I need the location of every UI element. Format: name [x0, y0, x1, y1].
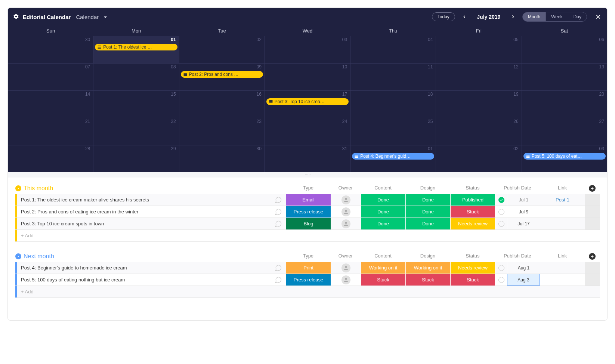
view-month[interactable]: Month	[523, 12, 546, 21]
cell-link[interactable]: Post 1	[540, 194, 585, 206]
view-day[interactable]: Day	[568, 12, 587, 21]
add-row-label[interactable]: + Add	[17, 230, 600, 241]
cell-date[interactable]: Jul 9	[507, 206, 540, 218]
day-cell[interactable]: 18	[350, 91, 436, 118]
cell-design[interactable]: Stuck	[405, 274, 450, 286]
col-header-design[interactable]: Design	[405, 253, 450, 260]
cell-date[interactable]: Jul 1	[507, 194, 540, 206]
day-cell[interactable]: 14	[8, 91, 93, 118]
day-cell[interactable]: 03Post 5: 100 days of eat…	[522, 145, 607, 172]
day-cell[interactable]: 02	[436, 145, 522, 172]
col-header-date[interactable]: Publish Date	[495, 253, 540, 260]
cell-design[interactable]: Done	[405, 194, 450, 206]
link-text[interactable]: Post 1	[556, 197, 569, 203]
day-cell[interactable]: 21	[8, 118, 93, 145]
chevron-down-icon[interactable]	[104, 16, 107, 20]
day-cell[interactable]: 23	[179, 118, 265, 145]
view-week[interactable]: Week	[546, 12, 568, 21]
col-header-link[interactable]: Link	[540, 185, 585, 192]
cell-type[interactable]: Print	[286, 262, 331, 274]
day-cell[interactable]: 27	[522, 118, 607, 145]
day-cell[interactable]: 05	[436, 36, 522, 63]
cell-check[interactable]	[495, 218, 507, 229]
col-header-type[interactable]: Type	[286, 185, 331, 192]
add-row-label[interactable]: + Add	[17, 286, 600, 297]
cell-type[interactable]: Email	[286, 194, 331, 206]
col-header-content[interactable]: Content	[361, 185, 405, 192]
cell-link[interactable]	[540, 206, 585, 218]
table-row[interactable]: Post 5: 100 days of eating nothing but i…	[15, 274, 600, 286]
item-title[interactable]: Post 4: Beginner's guide to homemade ice…	[17, 262, 271, 274]
cell-check[interactable]	[495, 206, 507, 218]
close-icon[interactable]	[594, 13, 602, 21]
col-header-design[interactable]: Design	[405, 185, 450, 192]
cell-check[interactable]	[495, 262, 507, 274]
day-cell[interactable]: 20	[522, 91, 607, 118]
add-row[interactable]: + Add	[15, 286, 600, 298]
day-cell[interactable]: 25	[350, 118, 436, 145]
col-header-owner[interactable]: Owner	[331, 253, 361, 260]
cell-owner[interactable]	[331, 262, 361, 274]
cell-status[interactable]: Needs review	[450, 262, 495, 274]
calendar-event[interactable]: Post 2: Pros and cons …	[181, 71, 263, 78]
col-header-type[interactable]: Type	[286, 253, 331, 260]
chat-icon[interactable]	[271, 274, 286, 286]
group-toggle[interactable]: Next month	[15, 253, 54, 260]
col-header-status[interactable]: Status	[450, 253, 495, 260]
cell-date[interactable]: Aug 1	[507, 262, 540, 274]
col-header-link[interactable]: Link	[540, 253, 585, 260]
add-column-button[interactable]: +	[589, 253, 596, 260]
cell-content[interactable]: Done	[361, 194, 405, 206]
cell-type[interactable]: Blog	[286, 218, 331, 229]
add-column-button[interactable]: +	[589, 185, 596, 192]
calendar-event[interactable]: Post 4: Beginner's guid…	[352, 153, 434, 160]
day-cell[interactable]: 04	[350, 36, 436, 63]
add-row[interactable]: + Add	[15, 230, 600, 242]
day-cell[interactable]: 16	[179, 91, 265, 118]
cell-owner[interactable]	[331, 194, 361, 206]
cell-content[interactable]: Working on it	[361, 262, 405, 274]
table-row[interactable]: Post 2: Pros and cons of eating ice crea…	[15, 206, 600, 218]
day-cell[interactable]: 19	[436, 91, 522, 118]
day-cell[interactable]: 08	[93, 64, 179, 90]
cell-check[interactable]	[495, 274, 507, 286]
chat-icon[interactable]	[271, 194, 286, 206]
table-row[interactable]: Post 4: Beginner's guide to homemade ice…	[15, 262, 600, 274]
day-cell[interactable]: 30	[8, 36, 93, 63]
day-cell[interactable]: 06	[522, 36, 607, 63]
cell-date[interactable]: Aug 3	[507, 274, 540, 286]
day-cell[interactable]: 11	[350, 64, 436, 90]
cell-type[interactable]: Press release	[286, 274, 331, 286]
chat-icon[interactable]	[271, 262, 286, 274]
cell-status[interactable]: Published	[450, 194, 495, 206]
item-title[interactable]: Post 1: The oldest ice cream maker alive…	[17, 194, 271, 206]
cell-content[interactable]: Done	[361, 206, 405, 218]
day-cell[interactable]: 10	[265, 64, 350, 90]
day-cell[interactable]: 07	[8, 64, 93, 90]
col-header-owner[interactable]: Owner	[331, 185, 361, 192]
item-title[interactable]: Post 2: Pros and cons of eating ice crea…	[17, 206, 271, 218]
item-title[interactable]: Post 5: 100 days of eating nothing but i…	[17, 274, 271, 286]
calendar-event[interactable]: Post 1: The oldest ice …	[95, 44, 177, 50]
table-row[interactable]: Post 1: The oldest ice cream maker alive…	[15, 194, 600, 206]
item-title[interactable]: Post 3: Top 10 ice cream spots in town	[17, 218, 271, 229]
cell-owner[interactable]	[331, 218, 361, 229]
day-cell[interactable]: 13	[522, 64, 607, 90]
day-cell[interactable]: 26	[436, 118, 522, 145]
resize-handle[interactable]	[8, 172, 607, 178]
chat-icon[interactable]	[271, 218, 286, 229]
day-cell[interactable]: 09Post 2: Pros and cons …	[179, 64, 265, 90]
today-button[interactable]: Today	[432, 12, 455, 21]
cell-check[interactable]	[495, 194, 507, 206]
cell-status[interactable]: Needs review	[450, 218, 495, 229]
group-toggle[interactable]: This month	[15, 185, 53, 192]
group-title[interactable]: This month	[24, 185, 53, 192]
day-cell[interactable]: 31	[265, 145, 350, 172]
prev-month-button[interactable]	[460, 13, 469, 21]
day-cell[interactable]: 28	[8, 145, 93, 172]
cell-design[interactable]: Done	[405, 206, 450, 218]
day-cell[interactable]: 17Post 3: Top 10 ice crea…	[265, 91, 350, 118]
day-cell[interactable]: 30	[179, 145, 265, 172]
chat-icon[interactable]	[271, 206, 286, 218]
col-header-status[interactable]: Status	[450, 185, 495, 192]
